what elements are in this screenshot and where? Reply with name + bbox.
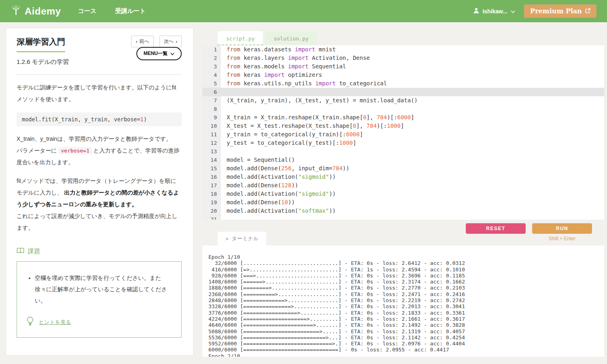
terminal-line: 5952/6000 [============================>… [208, 341, 604, 347]
code-line[interactable]: 18model.add(Activation("sigmoid")) [202, 190, 604, 198]
terminal-line: Epoch 2/10 [208, 353, 604, 357]
tab-solution-py[interactable]: solution.py [265, 31, 317, 45]
code-sample: model.fit(X_train, y_train, verbose=1) [17, 112, 182, 126]
code-line[interactable]: 1from keras.datasets import mnist [202, 45, 604, 54]
line-number: 20 [202, 207, 221, 215]
menu-list-button[interactable]: MENU一覧 [136, 47, 182, 60]
task-box: 空欄を埋めて実際に学習を行ってください。また徐々に正解率が上がっていることを確認… [17, 261, 182, 338]
premium-plan-button[interactable]: Premium Plan [524, 4, 596, 18]
line-number: 16 [202, 173, 221, 181]
terminal-prompt-icon: > [225, 236, 229, 242]
code-line[interactable]: 16model.add(Activation("sigmoid")) [202, 173, 604, 181]
brand-name: Aidemy [25, 6, 61, 17]
code-line[interactable]: 3from keras.models import Sequential [202, 62, 604, 71]
code-line[interactable]: 7(X_train, y_train), (X_test, y_test) = … [202, 96, 604, 105]
code-line[interactable]: 21 [202, 215, 604, 220]
chevron-down-icon [511, 8, 515, 15]
code-line[interactable]: 4from keras import optimizers [202, 71, 604, 79]
terminal-line: 3776/6000 [=================>...........… [208, 310, 604, 316]
task-heading: 課題 [17, 248, 182, 255]
line-number: 8 [202, 105, 221, 113]
user-icon [473, 8, 479, 15]
code-editor[interactable]: 1from keras.datasets import mnist2from k… [202, 45, 604, 220]
next-button[interactable]: 次へ › [159, 36, 182, 47]
code-line[interactable]: 13 [202, 147, 604, 156]
nav-links: コース受講ルート [78, 7, 146, 15]
tab-script-py[interactable]: script.py [218, 31, 263, 45]
reset-button[interactable]: RESET [466, 223, 526, 234]
terminal-line: 2368/6000 [==========>..................… [208, 291, 604, 297]
code-line[interactable]: 11y_train = to_categorical(y_train)[:600… [202, 130, 604, 139]
line-number: 2 [202, 54, 221, 62]
line-number: 1 [202, 45, 221, 54]
line-number: 18 [202, 190, 221, 198]
terminal-line: 3328/6000 [===============>.............… [208, 303, 604, 309]
code-line[interactable]: 5from keras.utils.np_utils import to_cat… [202, 79, 604, 88]
line-number: 17 [202, 181, 221, 190]
fit-paragraph: fitメソッドでは、学習用のデータ（トレーングデータ）を順にモデルに入力し、 出… [17, 175, 182, 234]
line-number: 14 [202, 156, 221, 164]
chevron-down-icon [170, 51, 174, 57]
run-controls: RESET RUN Shift + Enter [466, 223, 592, 241]
terminal-line: 6000/6000 [=============================… [208, 347, 604, 353]
line-number: 3 [202, 62, 221, 71]
user-menu[interactable]: Ishikaw... [473, 8, 515, 15]
code-line[interactable]: 20model.add(Activation("softmax")) [202, 207, 604, 215]
code-line[interactable]: 14model = Sequential() [202, 156, 604, 164]
line-number: 9 [202, 113, 221, 122]
chevron-right-icon: › [176, 39, 177, 44]
line-number: 21 [202, 215, 221, 220]
navbar: Aidemy コース受講ルート Ishikaw... Premium Plan [0, 0, 607, 22]
premium-plan-label: Premium Plan [530, 7, 582, 15]
code-line[interactable]: 12y_test = to_categorical(y_test)[:1000] [202, 139, 604, 147]
line-number: 4 [202, 71, 221, 79]
terminal-tab[interactable]: > ターミナル [218, 232, 266, 245]
terminal-line: 1408/6000 [======>......................… [208, 279, 604, 285]
editor-terminal-gap: > ターミナル RESET RUN Shift + Enter [202, 220, 604, 245]
terminal-panel[interactable]: Epoch 1/10 32/6000 [....................… [202, 245, 604, 357]
terminal-line: 2848/6000 [=============>...............… [208, 297, 604, 303]
editor-tabs: script.py solution.py [202, 28, 604, 45]
prev-button[interactable]: ‹ 前へ [131, 36, 153, 47]
task-list: 空欄を埋めて実際に学習を行ってください。また徐々に正解率が上がっていることを確認… [27, 272, 172, 306]
terminal-line: 4224/6000 [====================>........… [208, 316, 604, 322]
line-number: 13 [202, 147, 221, 156]
terminal-line: 4640/6000 [======================>......… [208, 322, 604, 328]
line-number: 7 [202, 96, 221, 105]
nav-link[interactable]: 受講ルート [115, 7, 146, 15]
code-line[interactable]: 15model.add(Dense(256, input_dim=784)) [202, 164, 604, 173]
workspace: script.py solution.py 1from keras.datase… [202, 28, 604, 357]
next-label: 次へ [164, 38, 174, 45]
lightbulb-icon [27, 317, 34, 328]
terminal-line: 32/6000 [..............................]… [208, 260, 604, 266]
intro-paragraph: モデルに訓練データを渡して学習を行います。以下のようにfitメソッドを使います。 [17, 82, 182, 105]
lesson-panel: 深層学習入門 ‹ 前へ 次へ › MENU一覧 1.2.6 モデルの学習 モデル… [6, 28, 193, 356]
terminal-line: Epoch 1/10 [208, 254, 604, 260]
code-line[interactable]: 2from keras.layers import Activation, De… [202, 54, 604, 62]
code-line[interactable]: 9X_train = X_train.reshape(X_train.shape… [202, 113, 604, 122]
user-name: Ishikaw... [482, 8, 507, 15]
terminal-line: 5088/6000 [========================>....… [208, 328, 604, 334]
terminal-line: 1888/6000 [========>....................… [208, 285, 604, 291]
line-number: 19 [202, 198, 221, 207]
line-number: 5 [202, 79, 221, 88]
hint-row: ヒントを見る [27, 317, 172, 328]
pager: ‹ 前へ 次へ › [131, 36, 182, 47]
terminal-line: 416/6000 [=>............................… [208, 267, 604, 273]
run-button[interactable]: RUN [532, 223, 592, 234]
brand-logo[interactable]: Aidemy [11, 5, 61, 17]
external-link-icon [585, 7, 590, 15]
terminal-output: Epoch 1/10 32/6000 [....................… [208, 254, 604, 357]
terminal-line: 5536/6000 [==========================>..… [208, 334, 604, 341]
code-line[interactable]: 6 [202, 88, 604, 96]
code-line[interactable]: 8 [202, 105, 604, 113]
divider [17, 74, 182, 75]
code-line[interactable]: 17model.add(Dense(128)) [202, 181, 604, 190]
verbose-paragraph: X_train、y_trainは、学習用の入力データと教師データです。 パラメー… [17, 133, 182, 168]
code-line[interactable]: 19model.add(Dense(10)) [202, 198, 604, 207]
code-line[interactable]: 10X_test = X_test.reshape(X_test.shape[0… [202, 122, 604, 130]
prev-label: 前へ [139, 38, 149, 45]
chevron-left-icon: ‹ [136, 39, 137, 44]
hint-link[interactable]: ヒントを見る [39, 319, 71, 326]
nav-link[interactable]: コース [78, 7, 97, 15]
